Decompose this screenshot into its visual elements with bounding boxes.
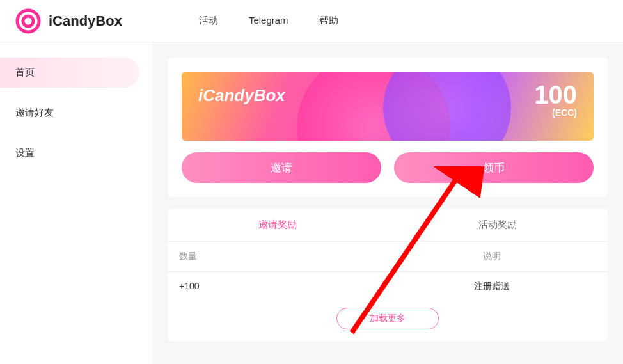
invite-button[interactable]: 邀请 — [182, 152, 381, 183]
balance-banner: iCandyBox 100 (ECC) — [182, 72, 594, 141]
balance-amount: 100 — [534, 82, 577, 107]
rewards-card: 邀请奖励 活动奖励 数量 说明 +100 注册赠送 加载更多 — [168, 209, 608, 341]
tab-activity-rewards[interactable]: 活动奖励 — [388, 209, 608, 241]
cell-quantity: +100 — [179, 281, 388, 292]
table-row: +100 注册赠送 — [168, 272, 608, 301]
balance-currency: (ECC) — [534, 107, 577, 118]
claim-button[interactable]: 领币 — [394, 152, 594, 183]
content-area: iCandyBox 100 (ECC) 邀请 领币 邀请奖励 活动奖励 数量 说… — [152, 42, 623, 364]
banner-balance: 100 (ECC) — [534, 82, 577, 118]
sidebar: 首页 邀请好友 设置 — [0, 42, 152, 364]
nav-activity[interactable]: 活动 — [199, 15, 218, 27]
balance-card: iCandyBox 100 (ECC) 邀请 领币 — [168, 58, 608, 197]
nav-telegram[interactable]: Telegram — [249, 15, 288, 27]
rewards-table: 数量 说明 +100 注册赠送 — [168, 242, 608, 301]
col-quantity-header: 数量 — [179, 251, 388, 262]
col-description-header: 说明 — [388, 251, 596, 262]
rewards-tabs: 邀请奖励 活动奖励 — [168, 209, 608, 242]
nav-help[interactable]: 帮助 — [319, 15, 338, 27]
top-nav: 活动 Telegram 帮助 — [199, 15, 338, 27]
candy-swirl-icon — [15, 8, 41, 34]
brand-name: iCandyBox — [49, 13, 122, 29]
svg-point-1 — [23, 16, 33, 26]
table-header-row: 数量 说明 — [168, 242, 608, 272]
brand[interactable]: iCandyBox — [15, 8, 122, 34]
sidebar-item-label: 首页 — [15, 67, 35, 77]
sidebar-item-settings[interactable]: 设置 — [0, 138, 152, 168]
load-more-button[interactable]: 加载更多 — [336, 308, 439, 329]
sidebar-item-home[interactable]: 首页 — [0, 58, 139, 88]
main-layout: 首页 邀请好友 设置 iCandyBox 100 (ECC) 邀请 领币 — [0, 42, 623, 364]
tab-invite-rewards[interactable]: 邀请奖励 — [168, 209, 388, 241]
sidebar-item-invite[interactable]: 邀请好友 — [0, 98, 152, 128]
cell-description: 注册赠送 — [388, 281, 596, 292]
sidebar-item-label: 邀请好友 — [15, 107, 54, 118]
action-buttons: 邀请 领币 — [182, 152, 594, 183]
svg-point-0 — [17, 10, 39, 32]
banner-title: iCandyBox — [198, 86, 285, 106]
sidebar-item-label: 设置 — [15, 147, 35, 158]
top-header: iCandyBox 活动 Telegram 帮助 — [0, 0, 623, 42]
